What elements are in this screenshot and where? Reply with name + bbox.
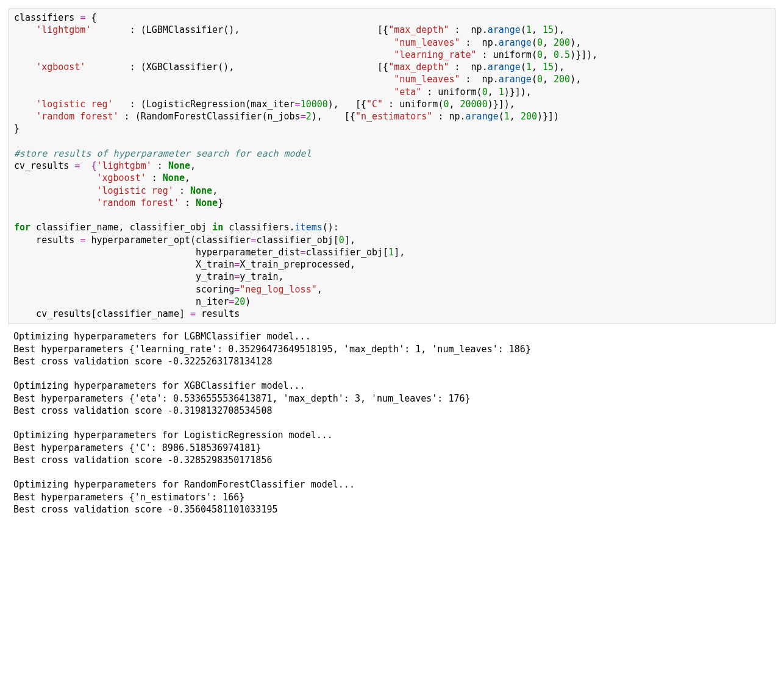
op-equal: = xyxy=(190,308,196,319)
num: 10000 xyxy=(301,99,328,110)
comment: #store results of hyperparameter search … xyxy=(14,148,312,159)
num: 20 xyxy=(234,296,245,307)
pad xyxy=(14,74,394,85)
code-text: classifier_name, classifier_obj xyxy=(30,222,212,233)
colon: : xyxy=(119,111,135,122)
code-text: (RandomForestClassifier(n_jobs xyxy=(135,111,301,122)
str-nest: "n_estimators" xyxy=(355,111,432,122)
num: 200 xyxy=(521,111,537,122)
str-logreg: 'logistic reg' xyxy=(36,99,113,110)
str-eta: "eta" xyxy=(394,87,421,98)
code-text: hyperparameter_opt(classifier xyxy=(85,235,251,246)
brace: { xyxy=(85,12,96,23)
str-c: "C" xyxy=(366,99,383,110)
colon: : xyxy=(124,99,141,110)
str-numleaves: "num_leaves" xyxy=(394,74,460,85)
pad xyxy=(14,271,196,282)
method-arange: arange xyxy=(499,74,532,85)
op-equal: = { xyxy=(74,160,96,171)
pad xyxy=(14,284,196,295)
keyword-for: for xyxy=(14,222,30,233)
op-equal: = xyxy=(301,111,306,122)
code-text: classifiers xyxy=(14,12,80,23)
colon: : xyxy=(124,62,141,73)
pad xyxy=(14,37,394,48)
num: 0 xyxy=(537,49,543,60)
code-text: : np. xyxy=(460,74,499,85)
pad xyxy=(14,111,36,122)
num: 15 xyxy=(543,62,554,73)
none: None xyxy=(196,197,218,208)
code-text: : np. xyxy=(449,62,487,73)
output-cell: Optimizing hyperparameters for LGBMClass… xyxy=(9,329,775,517)
code-text: (LogisticRegression(max_iter xyxy=(141,99,295,110)
method-items: items xyxy=(295,222,323,233)
op-equal: = xyxy=(295,99,301,110)
code-text: classifier_obj[ xyxy=(256,235,338,246)
pad xyxy=(85,62,124,73)
pad: [{ xyxy=(240,24,388,35)
num: 1 xyxy=(388,247,394,258)
pad xyxy=(14,296,196,307)
code-text: ), [{ xyxy=(328,99,366,110)
str-logreg: 'logistic reg' xyxy=(96,185,173,196)
str-maxdepth: "max_depth" xyxy=(388,24,449,35)
num: 0 xyxy=(443,99,449,110)
code-text: : np. xyxy=(460,37,499,48)
code-text: y_train, xyxy=(240,271,283,282)
code-text: results xyxy=(196,308,240,319)
code-text: ), [{ xyxy=(312,111,355,122)
pad xyxy=(14,247,196,258)
code-text: (XGBClassifier(), xyxy=(141,62,235,73)
colon: : xyxy=(124,24,141,35)
num: 1 xyxy=(504,111,510,122)
none: None xyxy=(168,160,190,171)
code-text: scoring xyxy=(196,284,234,295)
num: 1 xyxy=(499,87,504,98)
str-xgboost: 'xgboost' xyxy=(36,62,85,73)
code-text: X_train xyxy=(196,259,234,270)
code-text: : uniform( xyxy=(421,87,482,98)
method-arange: arange xyxy=(488,62,521,73)
num: 0 xyxy=(537,74,543,85)
op-equal: = xyxy=(234,284,240,295)
num: 0 xyxy=(537,37,543,48)
none: None xyxy=(190,185,212,196)
code-text: X_train_preprocessed, xyxy=(240,259,355,270)
op-equal: = xyxy=(301,247,306,258)
num: 20000 xyxy=(460,99,488,110)
method-arange: arange xyxy=(488,24,521,35)
code-text: : np. xyxy=(449,24,487,35)
code-text: classifiers. xyxy=(223,222,294,233)
pad xyxy=(14,259,196,270)
code-text: classifier_obj[ xyxy=(306,247,388,258)
code-text: : uniform( xyxy=(383,99,443,110)
pad xyxy=(14,62,36,73)
pad: [{ xyxy=(234,62,388,73)
none: None xyxy=(163,172,185,183)
str-rf: 'random forest' xyxy=(36,111,118,122)
str-nll: "neg_log_loss" xyxy=(240,284,316,295)
num: 2 xyxy=(306,111,312,122)
num: 200 xyxy=(554,37,570,48)
keyword-in: in xyxy=(212,222,223,233)
code-text: n_iter xyxy=(196,296,229,307)
code-text: (LGBMClassifier(), xyxy=(141,24,240,35)
code-text: hyperparameter_dist xyxy=(196,247,301,258)
method-arange: arange xyxy=(499,37,532,48)
num: 15 xyxy=(543,24,554,35)
pad xyxy=(14,24,36,35)
str-rf: 'random forest' xyxy=(96,197,179,208)
method-arange: arange xyxy=(466,111,499,122)
code-text: results xyxy=(14,235,80,246)
code-cell: classifiers = { 'lightgbm' : (LGBMClassi… xyxy=(9,9,775,324)
op-equal: = xyxy=(234,271,240,282)
num: 1 xyxy=(526,24,532,35)
code-text: : uniform( xyxy=(477,49,537,60)
code-text: cv_results xyxy=(14,160,74,171)
str-lr: "learning_rate" xyxy=(394,49,476,60)
num: 0 xyxy=(482,87,488,98)
str-lightgbm: 'lightgbm' xyxy=(96,160,151,171)
str-xgboost: 'xgboost' xyxy=(96,172,146,183)
num: 1 xyxy=(526,62,532,73)
